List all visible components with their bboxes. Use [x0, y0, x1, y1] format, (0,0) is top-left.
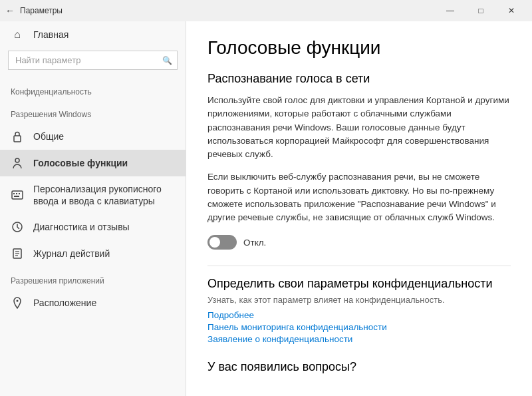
close-button[interactable]: ✕: [496, 0, 527, 21]
voice-para2: Если выключить веб-службу распознавания …: [207, 170, 511, 224]
diagnostics-label: Диагностика и отзывы: [33, 221, 130, 233]
sidebar-item-general[interactable]: Общие: [0, 123, 186, 150]
sidebar-section-apps: Разрешения приложений: [0, 267, 186, 290]
toggle-label: Откл.: [243, 238, 266, 248]
app-container: ⌂ Главная 🔍 Конфиденциальность Разрешени…: [0, 21, 532, 396]
sidebar: ⌂ Главная 🔍 Конфиденциальность Разрешени…: [0, 21, 186, 396]
sidebar-item-diagnostics[interactable]: Диагностика и отзывы: [0, 214, 186, 240]
voice-icon: [11, 156, 24, 170]
activity-label: Журнал действий: [33, 248, 110, 260]
divider: [207, 266, 511, 266]
sidebar-item-handwriting[interactable]: Персонализация рукописного ввода и ввода…: [0, 176, 186, 214]
activity-icon: [11, 247, 24, 260]
link-statement[interactable]: Заявление о конфиденциальности: [207, 334, 511, 344]
lock-icon: [11, 130, 24, 143]
voice-toggle[interactable]: [207, 235, 237, 250]
privacy-section-title: Определить свои параметры конфиденциальн…: [207, 277, 511, 291]
svg-rect-4: [16, 193, 17, 194]
privacy-subtitle: Узнать, как этот параметр влияет на конф…: [207, 295, 511, 305]
maximize-button[interactable]: □: [466, 0, 496, 21]
titlebar-title: Параметры: [20, 6, 63, 15]
sidebar-section-windows: Разрешения Windows: [0, 100, 186, 123]
titlebar: ← Параметры — □ ✕: [0, 0, 532, 21]
sidebar-section-privacy: Конфиденциальность: [0, 78, 186, 100]
sidebar-item-location[interactable]: Расположение: [0, 290, 186, 316]
minimize-button[interactable]: —: [435, 0, 466, 21]
sidebar-search: 🔍: [8, 51, 178, 70]
voice-label: Голосовые функции: [33, 157, 128, 169]
titlebar-left: ← Параметры: [5, 5, 63, 16]
toggle-knob: [209, 237, 220, 248]
sidebar-item-activity[interactable]: Журнал действий: [0, 240, 186, 267]
sidebar-item-home[interactable]: ⌂ Главная: [0, 21, 186, 48]
diagnostics-icon: [11, 220, 24, 234]
keyboard-icon: [11, 188, 24, 202]
voice-para1: Используйте свой голос для диктовки и уп…: [207, 94, 511, 161]
location-label: Расположение: [33, 297, 96, 309]
svg-rect-6: [14, 196, 19, 197]
svg-rect-3: [13, 193, 15, 194]
search-input[interactable]: [8, 51, 178, 70]
svg-rect-0: [14, 136, 21, 142]
sidebar-item-voice[interactable]: Голосовые функции: [0, 150, 186, 176]
svg-point-1: [15, 158, 19, 162]
location-icon: [11, 296, 24, 309]
handwriting-label: Персонализация рукописного ввода и ввода…: [33, 183, 175, 207]
page-title: Голосовые функции: [207, 37, 511, 59]
home-icon: ⌂: [11, 28, 24, 41]
link-dashboard[interactable]: Панель мониторинга конфиденциальности: [207, 322, 511, 332]
sidebar-home-label: Главная: [33, 29, 68, 41]
svg-point-12: [17, 300, 19, 302]
questions-title: У вас появились вопросы?: [207, 360, 511, 374]
back-arrow-icon[interactable]: ←: [5, 5, 15, 16]
link-details[interactable]: Подробнее: [207, 310, 511, 320]
content-area: Голосовые функции Распознавание голоса в…: [186, 21, 532, 396]
toggle-row: Откл.: [207, 235, 511, 250]
svg-rect-2: [12, 191, 23, 199]
titlebar-controls: — □ ✕: [435, 0, 527, 21]
search-icon[interactable]: 🔍: [162, 56, 172, 65]
voice-recognition-title: Распознавание голоса в сети: [207, 72, 511, 86]
general-label: Общие: [33, 130, 64, 142]
svg-rect-5: [19, 193, 20, 194]
